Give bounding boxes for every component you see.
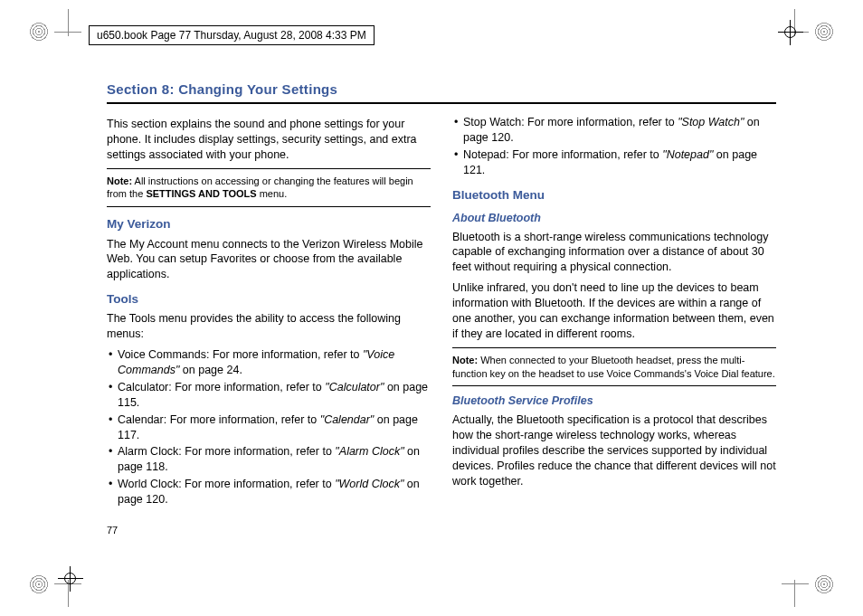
note-text: Note: When connected to your Bluetooth h… — [452, 354, 776, 381]
crop-mark-icon — [794, 580, 795, 607]
list-item: Stop Watch: For more information, refer … — [454, 115, 776, 146]
list-item: Notepad: For more information, refer to … — [454, 147, 776, 178]
list-item: World Clock: For more information, refer… — [109, 477, 431, 507]
rule-icon — [107, 102, 776, 104]
heading-my-verizon: My Verizon — [107, 216, 431, 232]
crop-mark-icon — [68, 9, 69, 36]
list-item: Voice Commands: For more information, re… — [109, 347, 431, 378]
column-left: This section explains the sound and phon… — [107, 113, 431, 537]
body-text: Actually, the Bluetooth specification is… — [452, 412, 776, 488]
registration-mark-icon — [62, 570, 80, 588]
heading-bluetooth-menu: Bluetooth Menu — [452, 187, 776, 204]
subheading-bluetooth-profiles: Bluetooth Service Profiles — [452, 393, 776, 409]
page-number: 77 — [107, 524, 431, 537]
body-text: The My Account menu connects to the Veri… — [107, 237, 431, 283]
page-content: Section 8: Changing Your Settings This s… — [107, 81, 776, 537]
corner-ornament-icon — [814, 22, 834, 42]
note-text: Note: All instructions on accessing or c… — [107, 175, 431, 202]
subheading-about-bluetooth: About Bluetooth — [452, 211, 776, 226]
column-right: Stop Watch: For more information, refer … — [452, 113, 776, 537]
intro-text: This section explains the sound and phon… — [107, 117, 431, 163]
corner-ornament-icon — [29, 22, 49, 42]
list-item: Calendar: For more information, refer to… — [109, 412, 431, 443]
registration-mark-icon — [782, 24, 800, 42]
body-text: Unlike infrared, you don't need to line … — [452, 280, 776, 342]
list-item: Calculator: For more information, refer … — [109, 380, 431, 411]
list-item: Alarm Clock: For more information, refer… — [109, 444, 431, 475]
heading-tools: Tools — [107, 291, 431, 308]
rule-icon — [107, 206, 431, 207]
crop-mark-icon — [782, 583, 809, 584]
rule-icon — [452, 347, 776, 348]
corner-ornament-icon — [29, 574, 49, 594]
body-text: Bluetooth is a short-range wireless comm… — [452, 230, 776, 276]
rule-icon — [107, 168, 431, 169]
tools-list-cont: Stop Watch: For more information, refer … — [452, 115, 776, 178]
section-title: Section 8: Changing Your Settings — [107, 81, 776, 97]
tools-list: Voice Commands: For more information, re… — [107, 347, 431, 507]
corner-ornament-icon — [814, 574, 834, 594]
rule-icon — [452, 385, 776, 386]
header-meta: u650.book Page 77 Thursday, August 28, 2… — [89, 25, 375, 45]
body-text: The Tools menu provides the ability to a… — [107, 311, 431, 342]
